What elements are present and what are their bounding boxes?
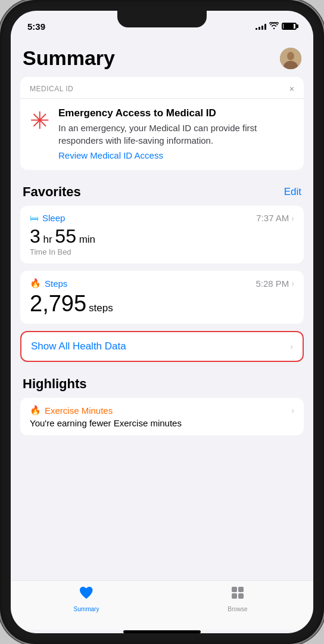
svg-rect-5 — [232, 593, 237, 599]
show-all-chevron-icon: › — [290, 342, 293, 351]
tab-summary[interactable]: Summary — [11, 586, 162, 612]
show-all-health-data-button[interactable]: Show All Health Data › — [20, 331, 304, 362]
exercise-label: 🔥 Exercise Minutes — [30, 405, 113, 416]
exercise-icon: 🔥 — [30, 405, 41, 416]
svg-point-1 — [287, 52, 294, 60]
highlights-title: Highlights — [23, 376, 87, 392]
steps-card-header: 🔥 Steps 5:28 PM › — [30, 278, 294, 289]
sleep-card-header: 🛏 Sleep 7:37 AM › — [30, 213, 294, 223]
steps-favorite-card[interactable]: 🔥 Steps 5:28 PM › 2,795steps — [20, 271, 304, 324]
medical-id-label: MEDICAL ID — [30, 85, 73, 93]
medical-id-card: MEDICAL ID × ✳ Emergency Access to Medic… — [20, 77, 304, 170]
status-time: 5:39 — [27, 21, 45, 32]
steps-unit: steps — [89, 302, 113, 314]
sleep-icon: 🛏 — [30, 213, 39, 223]
sleep-time-value: 7:37 AM — [256, 213, 289, 223]
medical-card-description: In an emergency, your Medical ID can pro… — [58, 122, 294, 147]
phone-screen: 5:39 — [11, 11, 313, 633]
sleep-favorite-card[interactable]: 🛏 Sleep 7:37 AM › 3 hr 55 min Time In Be… — [20, 206, 304, 264]
tab-summary-label: Summary — [74, 606, 99, 612]
medical-card-body: ✳ Emergency Access to Medical ID In an e… — [20, 99, 304, 170]
favorites-edit-button[interactable]: Edit — [284, 186, 301, 198]
home-indicator — [11, 630, 313, 633]
home-bar — [123, 630, 201, 633]
tab-bar: Summary Browse — [11, 580, 313, 630]
status-icons — [256, 22, 297, 31]
medical-asterisk-icon: ✳ — [30, 109, 50, 132]
sleep-label-text: Sleep — [42, 213, 65, 223]
svg-rect-6 — [238, 593, 244, 599]
favorites-title: Favorites — [23, 184, 81, 200]
page-title: Summary — [23, 47, 115, 70]
medical-text-content: Emergency Access to Medical ID In an eme… — [58, 107, 294, 160]
steps-time-value: 5:28 PM — [256, 278, 289, 289]
signal-bars-icon — [256, 23, 266, 30]
favorites-section-header: Favorites Edit — [20, 182, 304, 206]
exercise-row: 🔥 Exercise Minutes › — [30, 405, 294, 416]
steps-icon: 🔥 — [30, 278, 41, 289]
steps-label: 🔥 Steps — [30, 278, 67, 289]
notch — [117, 11, 207, 27]
tab-browse-label: Browse — [228, 606, 247, 612]
sleep-value-label: Time In Bed — [30, 247, 294, 256]
avatar[interactable] — [280, 48, 301, 69]
content-area: Summary MEDICAL ID — [11, 37, 313, 633]
steps-number: 2,795 — [30, 291, 86, 316]
avatar-image — [280, 48, 301, 69]
sleep-value: 3 hr 55 min — [30, 225, 294, 247]
phone-frame: 5:39 — [0, 0, 324, 644]
sleep-hours: 3 hr 55 min — [30, 225, 95, 247]
svg-rect-3 — [232, 587, 237, 592]
highlights-section-header: Highlights — [20, 374, 304, 398]
sleep-time: 7:37 AM › — [256, 213, 294, 223]
steps-time: 5:28 PM › — [256, 278, 294, 289]
medical-card-title: Emergency Access to Medical ID — [58, 107, 294, 119]
battery-icon — [282, 23, 297, 30]
tab-browse[interactable]: Browse — [162, 586, 313, 612]
exercise-label-text: Exercise Minutes — [45, 405, 113, 416]
exercise-chevron-icon: › — [291, 405, 294, 415]
steps-value: 2,795steps — [30, 291, 294, 317]
show-all-label: Show All Health Data — [31, 340, 126, 352]
browse-grid-icon — [230, 586, 245, 603]
exercise-description: You're earning fewer Exercise minutes — [30, 418, 294, 428]
medical-id-close-button[interactable]: × — [289, 84, 294, 94]
steps-chevron-icon: › — [291, 278, 294, 288]
summary-heart-icon — [79, 586, 94, 603]
exercise-minutes-highlight-card[interactable]: 🔥 Exercise Minutes › You're earning fewe… — [20, 398, 304, 435]
svg-rect-4 — [238, 587, 244, 592]
page-header: Summary — [20, 37, 304, 77]
medical-id-card-header: MEDICAL ID × — [20, 77, 304, 99]
steps-label-text: Steps — [45, 278, 67, 289]
sleep-label: 🛏 Sleep — [30, 213, 65, 223]
wifi-icon — [269, 22, 279, 31]
review-medical-id-link[interactable]: Review Medical ID Access — [58, 150, 294, 160]
scrollable-area: Summary MEDICAL ID — [11, 37, 313, 580]
sleep-chevron-icon: › — [291, 213, 294, 223]
